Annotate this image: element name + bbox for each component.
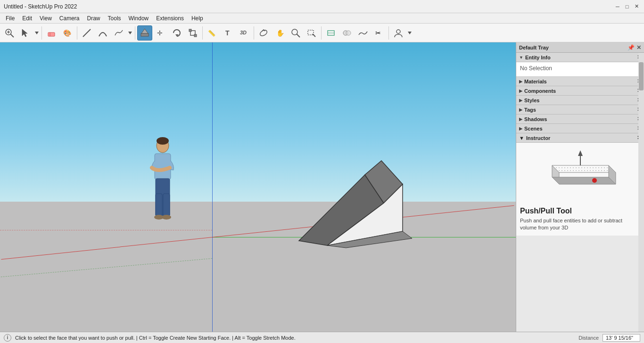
select-button[interactable] bbox=[18, 25, 33, 41]
freehand-button[interactable] bbox=[111, 25, 126, 41]
select-dropdown[interactable] bbox=[34, 25, 40, 41]
menu-bar: FileEditViewCameraDrawToolsWindowExtensi… bbox=[0, 13, 644, 24]
extension-button[interactable]: ✂ bbox=[372, 25, 387, 41]
svg-text:📏: 📏 bbox=[208, 29, 216, 37]
separator-2 bbox=[77, 26, 77, 40]
text-button[interactable]: T bbox=[221, 25, 236, 41]
svg-rect-16 bbox=[189, 29, 191, 32]
svg-text:T: T bbox=[225, 29, 230, 37]
viewport[interactable] bbox=[0, 42, 516, 332]
menu-item-file[interactable]: File bbox=[2, 14, 18, 23]
solid-tools-button[interactable] bbox=[339, 25, 355, 41]
menu-item-camera[interactable]: Camera bbox=[56, 14, 83, 23]
arc-button[interactable] bbox=[95, 25, 110, 41]
menu-item-tools[interactable]: Tools bbox=[104, 14, 125, 23]
zoom-extents-button[interactable] bbox=[2, 25, 17, 41]
account-dropdown[interactable] bbox=[407, 25, 413, 41]
tool-name: Push/Pull Tool bbox=[520, 207, 640, 215]
svg-point-35 bbox=[157, 137, 169, 145]
paint-bucket-button[interactable]: 🎨 bbox=[60, 25, 75, 41]
materials-section[interactable]: ▶ Materials ✕ bbox=[516, 77, 644, 86]
styles-section[interactable]: ▶ Styles ✕ bbox=[516, 96, 644, 105]
toolbar: 🎨 ✛ 📏 T 3D bbox=[0, 24, 644, 42]
svg-rect-39 bbox=[163, 194, 170, 216]
entity-info-header[interactable]: ▼ Entity Info ✕ bbox=[516, 53, 644, 62]
close-button[interactable]: ✕ bbox=[633, 3, 640, 10]
shadows-label: Shadows bbox=[524, 116, 547, 122]
3d-shape bbox=[289, 156, 421, 252]
components-label: Components bbox=[524, 88, 556, 94]
menu-item-help[interactable]: Help bbox=[188, 14, 207, 23]
3d-text-button[interactable]: 3D bbox=[237, 25, 252, 41]
sandbox-button[interactable] bbox=[355, 25, 371, 41]
entity-info-content: No Selection bbox=[516, 62, 644, 76]
entity-info-section: ▼ Entity Info ✕ No Selection bbox=[516, 53, 644, 77]
maximize-button[interactable]: □ bbox=[623, 3, 631, 10]
distance-value[interactable]: 13' 9 15/16" bbox=[603, 334, 640, 342]
menu-item-draw[interactable]: Draw bbox=[83, 14, 104, 23]
tool-description: Push and pull face entities to add or su… bbox=[520, 217, 640, 232]
svg-text:🎨: 🎨 bbox=[63, 29, 72, 37]
tray-close-button[interactable]: ✕ bbox=[636, 44, 641, 51]
scrollbar-thumb[interactable] bbox=[639, 62, 644, 90]
ground-plane bbox=[0, 202, 516, 332]
instructor-label: Instructor bbox=[526, 135, 550, 141]
section-plane-button[interactable] bbox=[323, 25, 339, 41]
menu-item-extensions[interactable]: Extensions bbox=[152, 14, 188, 23]
panel-scrollbar[interactable] bbox=[638, 53, 644, 332]
styles-label: Styles bbox=[524, 98, 539, 103]
tags-label: Tags bbox=[524, 107, 536, 113]
svg-line-24 bbox=[297, 34, 300, 37]
info-icon[interactable]: i bbox=[4, 334, 11, 342]
svg-text:✂: ✂ bbox=[375, 29, 381, 37]
account-button[interactable] bbox=[391, 25, 406, 41]
tray-pin-button[interactable]: 📌 bbox=[627, 44, 635, 51]
zoom-button[interactable] bbox=[288, 25, 303, 41]
window-title: Untitled - SketchUp Pro 2022 bbox=[4, 3, 77, 10]
svg-line-1 bbox=[11, 34, 14, 37]
components-section[interactable]: ▶ Components ✕ bbox=[516, 86, 644, 96]
move-button[interactable]: ✛ bbox=[153, 25, 168, 41]
scale-button[interactable] bbox=[185, 25, 200, 41]
entity-info-triangle-icon: ▼ bbox=[519, 55, 523, 60]
separator-4 bbox=[202, 26, 203, 40]
draw-dropdown[interactable] bbox=[127, 25, 133, 41]
status-bar: i Click to select the face that you want… bbox=[0, 332, 644, 343]
materials-label: Materials bbox=[524, 79, 547, 84]
scenes-label: Scenes bbox=[524, 126, 543, 131]
menu-item-window[interactable]: Window bbox=[125, 14, 153, 23]
separator-5 bbox=[254, 26, 254, 40]
components-triangle-icon: ▶ bbox=[519, 89, 522, 93]
tape-measure-button[interactable]: 📏 bbox=[205, 25, 220, 41]
rotate-button[interactable] bbox=[169, 25, 184, 41]
scenes-section[interactable]: ▶ Scenes ✕ bbox=[516, 124, 644, 133]
orbit-button[interactable] bbox=[256, 25, 271, 41]
svg-rect-6 bbox=[48, 33, 55, 36]
svg-marker-50 bbox=[552, 177, 616, 184]
main-area: Default Tray 📌 ✕ ▼ Entity Info ✕ No Sele… bbox=[0, 42, 644, 332]
line-button[interactable] bbox=[79, 25, 94, 41]
materials-triangle-icon: ▶ bbox=[519, 79, 522, 84]
shadows-section[interactable]: ▶ Shadows ✕ bbox=[516, 114, 644, 124]
push-pull-button[interactable] bbox=[137, 25, 152, 41]
tags-section[interactable]: ▶ Tags ✕ bbox=[516, 105, 644, 114]
menu-item-view[interactable]: View bbox=[36, 14, 56, 23]
distance-label: Distance bbox=[578, 335, 599, 341]
svg-text:✛: ✛ bbox=[157, 29, 163, 37]
svg-rect-17 bbox=[194, 34, 197, 37]
zoom-window-button[interactable] bbox=[304, 25, 319, 41]
eraser-button[interactable] bbox=[44, 25, 59, 41]
sky-background bbox=[0, 42, 516, 202]
tray-title: Default Tray bbox=[519, 45, 549, 50]
panel-scroll-area[interactable]: ▼ Entity Info ✕ No Selection ▶ Materials… bbox=[516, 53, 644, 332]
minimize-button[interactable]: ─ bbox=[614, 3, 621, 10]
pan-button[interactable]: ✋ bbox=[272, 25, 287, 41]
instructor-header[interactable]: ▼ Instructor ✕ bbox=[516, 133, 644, 143]
tags-triangle-icon: ▶ bbox=[519, 107, 522, 112]
window-controls: ─ □ ✕ bbox=[614, 3, 640, 10]
no-selection-text: No Selection bbox=[520, 65, 552, 72]
menu-item-edit[interactable]: Edit bbox=[18, 14, 36, 23]
tray-controls: 📌 ✕ bbox=[627, 44, 641, 51]
tray-header: Default Tray 📌 ✕ bbox=[516, 42, 644, 53]
svg-text:✋: ✋ bbox=[276, 29, 285, 37]
